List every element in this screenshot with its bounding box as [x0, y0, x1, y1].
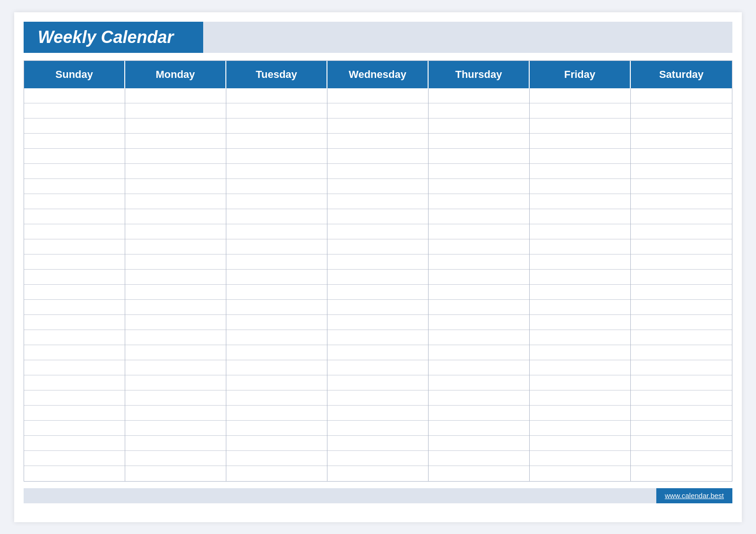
calendar-line[interactable]	[327, 285, 428, 300]
calendar-line[interactable]	[125, 239, 226, 254]
calendar-line[interactable]	[226, 164, 327, 179]
calendar-line[interactable]	[429, 345, 529, 360]
calendar-line[interactable]	[327, 451, 428, 466]
calendar-line[interactable]	[327, 149, 428, 164]
calendar-line[interactable]	[24, 209, 125, 224]
calendar-line[interactable]	[226, 239, 327, 254]
calendar-line[interactable]	[631, 375, 732, 390]
calendar-line[interactable]	[631, 88, 732, 103]
calendar-line[interactable]	[125, 390, 226, 406]
calendar-line[interactable]	[429, 239, 529, 254]
calendar-line[interactable]	[631, 224, 732, 239]
calendar-line[interactable]	[429, 270, 529, 285]
calendar-line[interactable]	[125, 103, 226, 119]
calendar-line[interactable]	[327, 119, 428, 134]
calendar-line[interactable]	[327, 345, 428, 360]
calendar-line[interactable]	[530, 164, 630, 179]
calendar-line[interactable]	[530, 239, 630, 254]
calendar-line[interactable]	[631, 300, 732, 315]
calendar-line[interactable]	[327, 88, 428, 103]
calendar-line[interactable]	[226, 134, 327, 149]
calendar-line[interactable]	[24, 285, 125, 300]
calendar-line[interactable]	[429, 194, 529, 209]
calendar-line[interactable]	[125, 300, 226, 315]
calendar-line[interactable]	[24, 330, 125, 345]
calendar-line[interactable]	[24, 375, 125, 390]
calendar-line[interactable]	[530, 421, 630, 436]
calendar-line[interactable]	[530, 194, 630, 209]
calendar-line[interactable]	[125, 254, 226, 270]
calendar-line[interactable]	[226, 224, 327, 239]
calendar-line[interactable]	[429, 436, 529, 451]
calendar-line[interactable]	[226, 466, 327, 481]
calendar-line[interactable]	[429, 88, 529, 103]
calendar-line[interactable]	[125, 224, 226, 239]
calendar-line[interactable]	[530, 134, 630, 149]
calendar-line[interactable]	[327, 270, 428, 285]
calendar-line[interactable]	[24, 406, 125, 421]
calendar-line[interactable]	[429, 406, 529, 421]
calendar-line[interactable]	[631, 466, 732, 481]
calendar-line[interactable]	[327, 315, 428, 330]
calendar-line[interactable]	[226, 436, 327, 451]
calendar-line[interactable]	[631, 179, 732, 194]
calendar-line[interactable]	[226, 300, 327, 315]
calendar-line[interactable]	[327, 134, 428, 149]
calendar-line[interactable]	[429, 149, 529, 164]
calendar-line[interactable]	[429, 209, 529, 224]
calendar-line[interactable]	[125, 466, 226, 481]
calendar-line[interactable]	[125, 119, 226, 134]
calendar-line[interactable]	[530, 315, 630, 330]
calendar-line[interactable]	[631, 103, 732, 119]
calendar-line[interactable]	[24, 239, 125, 254]
calendar-line[interactable]	[429, 103, 529, 119]
calendar-line[interactable]	[327, 239, 428, 254]
calendar-line[interactable]	[631, 209, 732, 224]
calendar-line[interactable]	[24, 451, 125, 466]
calendar-line[interactable]	[530, 375, 630, 390]
calendar-line[interactable]	[125, 194, 226, 209]
calendar-line[interactable]	[226, 119, 327, 134]
calendar-line[interactable]	[327, 194, 428, 209]
calendar-line[interactable]	[24, 254, 125, 270]
calendar-line[interactable]	[327, 103, 428, 119]
calendar-line[interactable]	[125, 179, 226, 194]
calendar-line[interactable]	[530, 466, 630, 481]
calendar-line[interactable]	[429, 360, 529, 375]
calendar-line[interactable]	[530, 270, 630, 285]
calendar-line[interactable]	[327, 375, 428, 390]
calendar-line[interactable]	[125, 406, 226, 421]
calendar-line[interactable]	[429, 390, 529, 406]
calendar-line[interactable]	[631, 315, 732, 330]
calendar-line[interactable]	[429, 224, 529, 239]
calendar-line[interactable]	[429, 285, 529, 300]
calendar-line[interactable]	[125, 270, 226, 285]
calendar-line[interactable]	[226, 254, 327, 270]
calendar-line[interactable]	[125, 149, 226, 164]
calendar-line[interactable]	[429, 375, 529, 390]
calendar-line[interactable]	[24, 164, 125, 179]
calendar-line[interactable]	[24, 345, 125, 360]
calendar-line[interactable]	[327, 330, 428, 345]
calendar-line[interactable]	[530, 119, 630, 134]
calendar-line[interactable]	[24, 134, 125, 149]
calendar-line[interactable]	[530, 179, 630, 194]
calendar-line[interactable]	[125, 451, 226, 466]
calendar-line[interactable]	[226, 451, 327, 466]
calendar-line[interactable]	[125, 209, 226, 224]
calendar-line[interactable]	[327, 390, 428, 406]
calendar-line[interactable]	[429, 179, 529, 194]
calendar-line[interactable]	[429, 254, 529, 270]
calendar-line[interactable]	[24, 224, 125, 239]
calendar-line[interactable]	[429, 300, 529, 315]
calendar-line[interactable]	[125, 164, 226, 179]
calendar-line[interactable]	[24, 436, 125, 451]
calendar-line[interactable]	[226, 209, 327, 224]
calendar-line[interactable]	[226, 390, 327, 406]
calendar-line[interactable]	[125, 134, 226, 149]
calendar-line[interactable]	[327, 209, 428, 224]
calendar-line[interactable]	[429, 330, 529, 345]
calendar-line[interactable]	[125, 436, 226, 451]
calendar-line[interactable]	[226, 375, 327, 390]
calendar-line[interactable]	[631, 421, 732, 436]
